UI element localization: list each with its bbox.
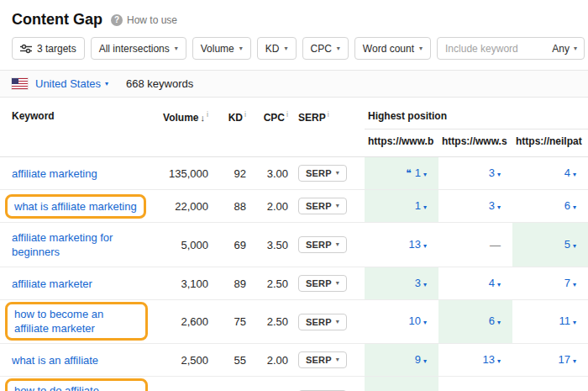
keyword-cell: affiliate marketer bbox=[0, 267, 150, 300]
volume-cell: 22,000 bbox=[150, 190, 210, 223]
position-cell: 13▾ bbox=[365, 223, 438, 267]
position-value[interactable]: 4 bbox=[489, 277, 495, 289]
position-cell: 10▾ bbox=[365, 300, 438, 344]
position-value[interactable]: 7 bbox=[564, 277, 570, 289]
serp-dropdown-button[interactable]: SERP▾ bbox=[298, 236, 347, 253]
position-value[interactable]: 10 bbox=[409, 314, 421, 327]
serp-cell: SERP▾ bbox=[290, 300, 365, 344]
position-value[interactable]: 3 bbox=[415, 277, 421, 289]
intersections-dropdown[interactable]: All intersections ▾ bbox=[91, 37, 186, 60]
chevron-down-icon: ▾ bbox=[574, 45, 577, 52]
kd-filter-dropdown[interactable]: KD ▾ bbox=[257, 37, 297, 60]
position-cell: 6▾ bbox=[438, 300, 512, 344]
position-value[interactable]: 13 bbox=[483, 353, 495, 366]
table-row: affiliate marketer3,100892.50SERP▾3▾4▾7▾ bbox=[0, 267, 588, 300]
how-to-use-link[interactable]: ? How to use bbox=[111, 14, 177, 26]
serp-dropdown-button[interactable]: SERP▾ bbox=[298, 314, 347, 330]
position-value[interactable]: 6 bbox=[489, 314, 495, 327]
chevron-down-icon: ▾ bbox=[336, 241, 339, 248]
keyword-link-highlighted[interactable]: what is affiliate marketing bbox=[5, 194, 146, 219]
kd-cell: 92 bbox=[210, 157, 248, 190]
column-header-volume[interactable]: Volume↓i bbox=[150, 98, 210, 157]
keyword-cell: affiliate marketing for beginners bbox=[0, 223, 150, 267]
kd-cell: 75 bbox=[210, 300, 248, 344]
any-dropdown[interactable]: Any ▾ bbox=[545, 43, 584, 55]
serp-dropdown-button[interactable]: SERP▾ bbox=[298, 165, 347, 182]
info-icon: i bbox=[328, 110, 329, 119]
keyword-table-body: affiliate marketing135,000923.00SERP▾❝1▾… bbox=[0, 157, 588, 391]
column-header-cpc[interactable]: CPCi bbox=[248, 98, 290, 157]
target-url-header-3[interactable]: https://neilpat bbox=[512, 129, 588, 157]
cpc-cell: 3.00 bbox=[248, 157, 290, 190]
keyword-cell: what is affiliate marketing bbox=[0, 190, 150, 223]
position-value[interactable]: 3 bbox=[489, 199, 495, 212]
chevron-down-icon: ▾ bbox=[573, 203, 576, 211]
position-cell: 1▾ bbox=[365, 190, 438, 223]
keyword-cell: how to become an affiliate marketer bbox=[0, 300, 150, 344]
cpc-filter-dropdown[interactable]: CPC ▾ bbox=[302, 37, 349, 60]
cpc-cell: 2.00 bbox=[248, 190, 290, 223]
serp-cell: SERP▾ bbox=[290, 377, 365, 391]
table-row: how to do affiliate marketing2,100865.00… bbox=[0, 377, 588, 391]
keyword-link-highlighted[interactable]: how to become an affiliate marketer bbox=[5, 302, 148, 341]
chevron-down-icon: ▾ bbox=[573, 242, 576, 250]
serp-dropdown-button[interactable]: SERP▾ bbox=[298, 275, 347, 292]
position-value[interactable]: 1 bbox=[415, 166, 421, 179]
help-icon: ? bbox=[111, 14, 123, 26]
chevron-down-icon: ▾ bbox=[497, 357, 501, 365]
position-value[interactable]: 11 bbox=[559, 314, 571, 327]
serp-button-label: SERP bbox=[306, 240, 332, 250]
keyword-link[interactable]: affiliate marketer bbox=[12, 277, 92, 291]
column-header-highest-position: Highest position bbox=[365, 98, 588, 129]
chevron-down-icon: ▾ bbox=[497, 203, 501, 211]
table-row: what is affiliate marketing22,000882.00S… bbox=[0, 190, 588, 223]
position-value[interactable]: 1 bbox=[415, 199, 421, 212]
serp-cell: SERP▾ bbox=[290, 223, 365, 267]
word-count-filter-dropdown[interactable]: Word count ▾ bbox=[354, 37, 431, 60]
table-row: affiliate marketing for beginners5,00069… bbox=[0, 223, 588, 267]
chevron-down-icon: ▾ bbox=[423, 357, 427, 365]
keyword-link[interactable]: affiliate marketing bbox=[12, 166, 97, 181]
targets-button[interactable]: 3 targets bbox=[12, 37, 85, 60]
chevron-down-icon: ▾ bbox=[336, 170, 339, 177]
position-cell: 4▾ bbox=[512, 157, 588, 190]
position-value[interactable]: 4 bbox=[564, 166, 570, 179]
keyword-link[interactable]: affiliate marketing for beginners bbox=[12, 230, 141, 259]
targets-label: 3 targets bbox=[37, 43, 76, 55]
position-value[interactable]: 5 bbox=[564, 238, 570, 251]
cpc-cell: 2.00 bbox=[248, 344, 290, 377]
chevron-down-icon: ▾ bbox=[336, 319, 339, 325]
position-value[interactable]: 17 bbox=[559, 353, 570, 366]
page-title: Content Gap bbox=[12, 11, 102, 29]
cpc-cell: 3.50 bbox=[248, 223, 290, 267]
include-keyword-input[interactable] bbox=[438, 43, 545, 55]
chevron-down-icon: ▾ bbox=[337, 45, 340, 52]
keyword-link-highlighted[interactable]: how to do affiliate marketing bbox=[5, 378, 148, 391]
serp-cell: SERP▾ bbox=[290, 190, 365, 223]
country-selector[interactable]: United States ▾ bbox=[35, 77, 108, 90]
target-url-header-1[interactable]: https://www.b bbox=[365, 129, 438, 157]
serp-cell: SERP▾ bbox=[290, 267, 365, 300]
volume-filter-dropdown[interactable]: Volume ▾ bbox=[192, 37, 251, 60]
serp-dropdown-button[interactable]: SERP▾ bbox=[298, 198, 347, 214]
keywords-table: Keyword Volume↓i KDi CPCi SERPi Highest … bbox=[0, 98, 588, 391]
position-value[interactable]: 6 bbox=[564, 199, 570, 212]
volume-cell: 2,100 bbox=[150, 377, 210, 391]
info-icon: i bbox=[207, 110, 208, 119]
filter-bar: United States ▾ 668 keywords bbox=[0, 70, 588, 98]
position-value[interactable]: 3 bbox=[489, 166, 495, 179]
keyword-link[interactable]: what is an affiliate bbox=[12, 353, 98, 367]
position-cell: 7▾ bbox=[512, 377, 588, 391]
table-row: how to become an affiliate marketer2,600… bbox=[0, 300, 588, 344]
column-header-keyword[interactable]: Keyword bbox=[0, 98, 150, 157]
chevron-down-icon: ▾ bbox=[423, 319, 427, 326]
column-header-serp[interactable]: SERPi bbox=[290, 98, 365, 157]
kd-cell: 55 bbox=[210, 344, 248, 377]
column-header-kd[interactable]: KDi bbox=[210, 98, 248, 157]
position-value[interactable]: 9 bbox=[415, 353, 421, 366]
intersections-label: All intersections bbox=[99, 43, 170, 55]
position-value[interactable]: 13 bbox=[409, 238, 421, 251]
position-cell: 5▾ bbox=[512, 223, 588, 267]
target-url-header-2[interactable]: https://www.s bbox=[438, 129, 512, 157]
serp-dropdown-button[interactable]: SERP▾ bbox=[298, 351, 347, 368]
